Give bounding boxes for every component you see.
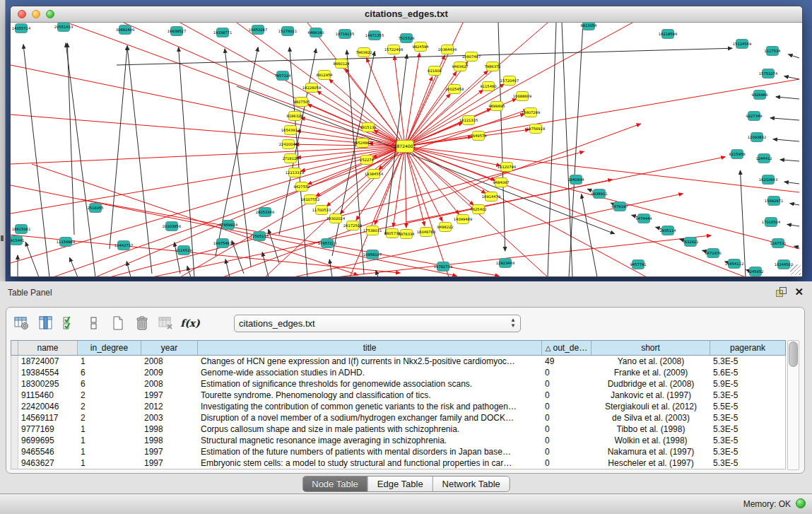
graph-node[interactable]: 19338771 — [213, 28, 232, 37]
cell-title[interactable]: Disruption of a novel member of a sodium… — [198, 412, 542, 424]
cell-gutter[interactable] — [11, 435, 18, 446]
graph-node[interactable]: 15751074 — [759, 69, 778, 78]
cell-year[interactable]: 1997 — [141, 446, 198, 457]
graph-node[interactable]: 16107552 — [301, 195, 319, 204]
tab-edge-table[interactable]: Edge Table — [368, 477, 433, 491]
graph-node[interactable]: 9463627 — [452, 62, 468, 71]
graph-node[interactable]: 8186328 — [286, 112, 302, 121]
cell-pagerank[interactable]: 5.3E-5 — [710, 424, 785, 435]
cell-in_degree[interactable]: 1 — [78, 424, 141, 435]
cell-title[interactable]: Structural magnetic resonance image aver… — [198, 435, 542, 446]
graph-node[interactable]: 1815132 — [360, 123, 376, 132]
graph-node[interactable]: 15124549 — [733, 40, 751, 49]
graph-node[interactable]: 7986372 — [484, 62, 500, 71]
cell-out_degree[interactable]: 0 — [542, 401, 592, 412]
cell-in_degree[interactable]: 2 — [78, 412, 141, 424]
column-header-short[interactable]: short — [592, 341, 710, 355]
cell-out_degree[interactable]: 0 — [542, 367, 592, 378]
graph-node[interactable]: 1114519 — [175, 246, 192, 255]
select-columns-icon[interactable] — [37, 315, 54, 332]
graph-node[interactable]: 9457791 — [630, 260, 646, 269]
graph-node[interactable]: 15692971 — [765, 197, 783, 206]
graph-node[interactable]: 9115460 — [480, 82, 496, 91]
cell-name[interactable]: 18724007 — [18, 356, 78, 367]
graph-node[interactable]: 16638527 — [167, 27, 186, 36]
cell-pagerank[interactable]: 5.3E-5 — [710, 412, 785, 424]
cell-title[interactable]: Genome-wide association studies in ADHD. — [198, 367, 542, 378]
close-window-button[interactable] — [18, 10, 26, 18]
cell-short[interactable]: Wolkin et al. (1998) — [592, 435, 710, 446]
memory-ok-indicator[interactable] — [796, 498, 806, 508]
cell-year[interactable]: 1997 — [141, 457, 198, 469]
left-panel-edge[interactable] — [0, 0, 6, 281]
cell-title[interactable]: Tourette syndrome. Phenomenology and cla… — [198, 390, 542, 401]
column-checklist-icon[interactable] — [61, 315, 78, 332]
graph-node[interactable]: 7625402 — [470, 205, 486, 214]
graph-node[interactable]: 17957223 — [318, 239, 336, 248]
table-row[interactable]: 946362711997Embryonic stem cells: a mode… — [11, 457, 785, 469]
cell-pagerank[interactable]: 5.3E-5 — [710, 356, 785, 367]
graph-node[interactable]: 18226058 — [302, 83, 321, 93]
graph-node[interactable]: 26172508 — [343, 221, 362, 230]
graph-node[interactable]: 2718126 — [282, 154, 298, 163]
cell-out_degree[interactable]: 0 — [542, 457, 592, 469]
graph-node[interactable]: 9227349 — [746, 112, 762, 121]
cell-name[interactable]: 18300295 — [18, 378, 78, 390]
graph-node[interactable]: 7857224 — [274, 71, 291, 81]
network-window-titlebar[interactable]: citations_edges.txt — [11, 6, 802, 23]
column-header-name[interactable]: name — [18, 341, 78, 355]
cell-short[interactable]: Tibbo et al. (1998) — [592, 424, 710, 435]
table-scrollbar[interactable] — [787, 340, 799, 470]
graph-node[interactable]: 14099489 — [454, 215, 472, 224]
cell-year[interactable]: 1997 — [141, 390, 198, 401]
cell-out_degree[interactable]: 0 — [542, 378, 592, 390]
network-window[interactable]: citations_edges.txt 18724007796382286601… — [10, 6, 803, 277]
graph-node[interactable]: 8938911 — [591, 189, 607, 199]
graph-node[interactable]: 15720407 — [500, 76, 519, 86]
cell-pagerank[interactable]: 5.3E-5 — [710, 446, 785, 457]
graph-node[interactable]: 9329966 — [751, 90, 767, 100]
cell-short[interactable]: Jankovic et al. (1997) — [592, 390, 710, 401]
cell-title[interactable]: Estimation of the future numbers of pati… — [198, 446, 542, 457]
graph-node[interactable]: 2516055 — [87, 204, 103, 213]
cell-name[interactable]: 9463627 — [18, 457, 78, 469]
new-column-icon[interactable] — [110, 315, 126, 332]
tab-node-table[interactable]: Node Table — [302, 477, 368, 491]
table-row[interactable]: 1830029562008Estimation of significance … — [11, 378, 785, 390]
graph-node[interactable]: 10654112 — [725, 259, 743, 269]
cell-gutter[interactable] — [11, 390, 18, 401]
delete-column-icon[interactable] — [134, 315, 151, 332]
graph-node[interactable]: 8660124 — [333, 59, 350, 69]
cell-gutter[interactable] — [11, 367, 18, 378]
graph-node[interactable]: 6479197 — [611, 202, 628, 211]
graph-node[interactable]: 9824594 — [412, 42, 429, 52]
cell-short[interactable]: Hescheler et al. (1997) — [592, 457, 710, 469]
cell-short[interactable]: Franke et al. (2009) — [592, 367, 710, 378]
graph-node[interactable]: 16543912 — [281, 126, 300, 135]
graph-node[interactable]: 18615061 — [12, 225, 30, 234]
graph-node[interactable]: 12213319 — [286, 168, 304, 177]
cell-pagerank[interactable]: 5.3E-5 — [710, 457, 785, 469]
column-header-_gutter[interactable] — [11, 341, 18, 355]
cell-out_degree[interactable]: 0 — [542, 435, 592, 446]
graph-node[interactable]: 9484067 — [493, 178, 509, 187]
minimize-window-button[interactable] — [32, 10, 40, 18]
cell-pagerank[interactable]: 5.5E-5 — [710, 401, 785, 412]
cell-pagerank[interactable]: 5.9E-5 — [710, 378, 785, 390]
graph-node[interactable]: 16210643 — [759, 175, 777, 185]
graph-node[interactable]: 22420046 — [279, 140, 298, 149]
delete-table-icon[interactable] — [158, 315, 175, 332]
graph-node[interactable]: 12923448 — [496, 259, 514, 268]
network-canvas[interactable]: 1872400779638228660124891295418226058982… — [11, 23, 802, 276]
cell-in_degree[interactable]: 6 — [78, 378, 141, 390]
cell-short[interactable]: Nakamura et al. (1997) — [592, 446, 710, 457]
graph-node[interactable]: 19218596 — [659, 30, 677, 39]
cell-short[interactable]: de Silva et al. (2003) — [592, 412, 710, 424]
graph-node[interactable]: 9427552 — [293, 182, 310, 192]
graph-node[interactable]: 11700533 — [312, 206, 331, 215]
cell-name[interactable]: 9699695 — [18, 435, 78, 446]
graph-node[interactable]: 28053346 — [256, 208, 274, 217]
graph-node[interactable]: 10025458 — [445, 85, 464, 94]
graph-node[interactable]: 5878334 — [398, 230, 415, 239]
cell-in_degree[interactable]: 1 — [78, 435, 141, 446]
